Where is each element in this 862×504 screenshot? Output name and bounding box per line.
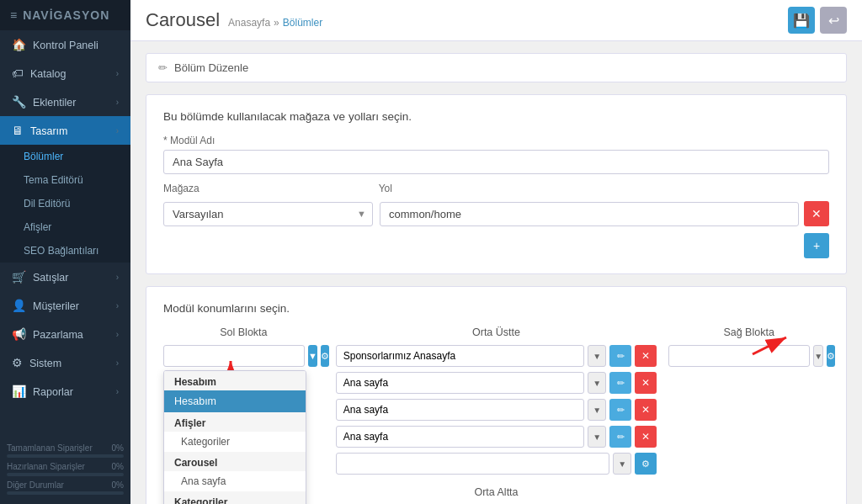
sidebar-item-seo[interactable]: SEO Bağlantıları	[0, 239, 130, 263]
orta-ustte-add-input[interactable]	[336, 453, 610, 475]
sol-blokta-input[interactable]	[163, 345, 305, 367]
sidebar-item-katalog[interactable]: 🏷Katalog ›	[0, 59, 130, 88]
wrench-icon: 🔧	[12, 95, 26, 109]
sag-blokta-row: ▼ ⚙	[668, 345, 829, 367]
orta-ustte-header: Orta Üstte	[336, 326, 657, 338]
locations-grid: Sol Blokta ▼ ⚙ Hesabım Hesabım Afişler K…	[163, 326, 829, 504]
orta-ustte-row-1: ▼ ✏ ✕	[336, 345, 657, 367]
sidebar-label-kontrol: Kontrol Paneli	[33, 40, 98, 51]
yol-label: Yol	[379, 183, 789, 194]
dd-group-kategoriler: Kategoriler	[164, 491, 306, 504]
sidebar-item-tasarim[interactable]: 🖥Tasarım ›	[0, 116, 130, 145]
sidebar-label-musteri: Müşteriler	[33, 300, 79, 312]
sidebar-item-afisler[interactable]: Afişler	[0, 215, 130, 239]
sag-blokta-input[interactable]	[668, 345, 810, 367]
sidebar-label-tasarim: Tasarım	[30, 125, 67, 137]
dil-label: Dil Editörü	[24, 198, 70, 210]
sidebar-item-raporlar[interactable]: 📊Raporlar ›	[0, 377, 130, 406]
sidebar-item-bolumler[interactable]: Bölümler	[0, 145, 130, 168]
magaza-label: Mağaza	[163, 183, 369, 194]
breadcrumb-sep: »	[274, 17, 279, 29]
remove-store-row-button[interactable]: ✕	[804, 201, 829, 226]
breadcrumb-current: Bölümler	[283, 17, 322, 29]
progress-row-3: Diğer Durumlar 0%	[7, 480, 124, 490]
orta-ustte-input-4[interactable]	[336, 426, 585, 448]
gear-icon: ⚙	[12, 356, 23, 369]
breadcrumb-home[interactable]: Anasayfa	[228, 17, 270, 29]
sidebar-label-eklentiler: Eklentiler	[33, 97, 76, 109]
yol-input[interactable]	[380, 202, 799, 226]
save-button[interactable]: 💾	[788, 7, 815, 34]
chevron-icon-3: ›	[116, 126, 119, 135]
bolumler-label: Bölümler	[24, 151, 63, 162]
sidebar: ≡ NAVİGASYON 🏠Kontrol Paneli 🏷Katalog › …	[0, 0, 130, 504]
orta-ustte-dd-btn-4[interactable]: ▼	[588, 426, 606, 448]
sag-blokta-header: Sağ Blokta	[668, 326, 829, 338]
magaza-select[interactable]: Varsayılan	[163, 202, 373, 226]
tag-icon: 🏷	[12, 66, 24, 80]
sidebar-item-eklentiler[interactable]: 🔧Eklentiler ›	[0, 88, 130, 116]
sidebar-item-kontrol-paneli[interactable]: 🏠Kontrol Paneli	[0, 30, 130, 59]
sol-blokta-settings-btn[interactable]: ⚙	[321, 345, 329, 367]
sidebar-header-label: NAVİGASYON	[23, 8, 109, 22]
home-icon: 🏠	[12, 38, 26, 51]
sidebar-item-satislar[interactable]: 🛒Satışlar ›	[0, 263, 130, 291]
chevron-icon: ›	[116, 69, 119, 78]
chevron-icon-5: ›	[116, 301, 119, 310]
orta-ustte-dd-btn-2[interactable]: ▼	[588, 372, 606, 394]
tasarim-submenu: Bölümler Tema Editörü Dil Editörü Afişle…	[0, 145, 130, 263]
sol-blokta-dropdown-btn[interactable]: ▼	[308, 345, 317, 367]
sidebar-label-paz: Pazarlama	[33, 329, 83, 341]
topbar-actions: 💾 ↩	[788, 7, 847, 34]
orta-ustte-input-2[interactable]	[336, 372, 585, 394]
dd-group-carousel: Carousel	[164, 452, 306, 471]
afis-label: Afişler	[24, 221, 51, 233]
locations-title: Modül konumlarını seçin.	[163, 302, 829, 315]
dd-group-afisler: Afişler	[164, 412, 306, 432]
sidebar-item-tema-editor[interactable]: Tema Editörü	[0, 168, 130, 192]
megaphone-icon: 📢	[12, 327, 26, 341]
orta-ustte-dd-btn-1[interactable]: ▼	[588, 345, 606, 367]
orta-ustte-input-3[interactable]	[336, 399, 585, 421]
modul-adi-input[interactable]	[163, 150, 829, 174]
dd-item-anasayfa1[interactable]: Ana sayfa	[164, 471, 306, 491]
dd-item-kategoriler1[interactable]: Kategoriler	[164, 432, 306, 452]
orta-ustte-edit-1[interactable]: ✏	[609, 345, 631, 367]
page-title: Carousel	[146, 9, 220, 31]
orta-ustte-remove-3[interactable]: ✕	[635, 399, 657, 421]
tema-label: Tema Editörü	[24, 174, 83, 186]
sol-blokta-header: Sol Blokta	[163, 326, 324, 338]
section-edit-bar: ✏ Bölüm Düzenle	[146, 53, 847, 82]
sidebar-item-dil-editor[interactable]: Dil Editörü	[0, 192, 130, 215]
sidebar-label-rapor: Raporlar	[33, 386, 73, 398]
orta-ustte-dd-btn-3[interactable]: ▼	[588, 399, 606, 421]
cart-icon: 🛒	[12, 270, 26, 284]
seo-label: SEO Bağlantıları	[24, 245, 98, 257]
orta-ustte-add-settings[interactable]: ⚙	[635, 453, 657, 475]
chevron-icon-6: ›	[116, 330, 119, 339]
sol-blokta-dropdown: Hesabım Hesabım Afişler Kategoriler Caro…	[163, 370, 306, 504]
sidebar-item-pazarlama[interactable]: 📢Pazarlama ›	[0, 320, 130, 348]
add-store-row-button[interactable]: +	[804, 233, 829, 258]
sidebar-item-sistem[interactable]: ⚙Sistem ›	[0, 348, 130, 377]
orta-ustte-remove-1[interactable]: ✕	[635, 345, 657, 367]
sag-blokta-dd-btn[interactable]: ▼	[813, 345, 823, 367]
dd-item-hesabim[interactable]: Hesabım	[164, 390, 306, 412]
back-button[interactable]: ↩	[820, 7, 847, 34]
store-path-form: Bu bölümde kullanılacak mağaza ve yollar…	[146, 94, 847, 274]
locations-section: Modül konumlarını seçin. Sol Blokta ▼ ⚙ …	[146, 286, 847, 504]
orta-ustte-edit-3[interactable]: ✏	[609, 399, 631, 421]
sidebar-label-katalog: Katalog	[30, 68, 66, 80]
orta-ustte-edit-4[interactable]: ✏	[609, 426, 631, 448]
sag-blokta-settings[interactable]: ⚙	[827, 345, 835, 367]
orta-ustte-row-2: ▼ ✏ ✕	[336, 372, 657, 394]
orta-ustte-remove-4[interactable]: ✕	[635, 426, 657, 448]
orta-ustte-edit-2[interactable]: ✏	[609, 372, 631, 394]
sidebar-item-musteriler[interactable]: 👤Müşteriler ›	[0, 291, 130, 320]
orta-ustte-add-dd-btn[interactable]: ▼	[613, 453, 631, 475]
orta-ustte-input-1[interactable]	[336, 345, 585, 367]
topbar: Carousel Anasayfa » Bölümler 💾 ↩	[130, 0, 862, 41]
monitor-icon: 🖥	[12, 124, 24, 137]
form-description: Bu bölümde kullanılacak mağaza ve yollar…	[163, 110, 829, 123]
orta-ustte-remove-2[interactable]: ✕	[635, 372, 657, 394]
